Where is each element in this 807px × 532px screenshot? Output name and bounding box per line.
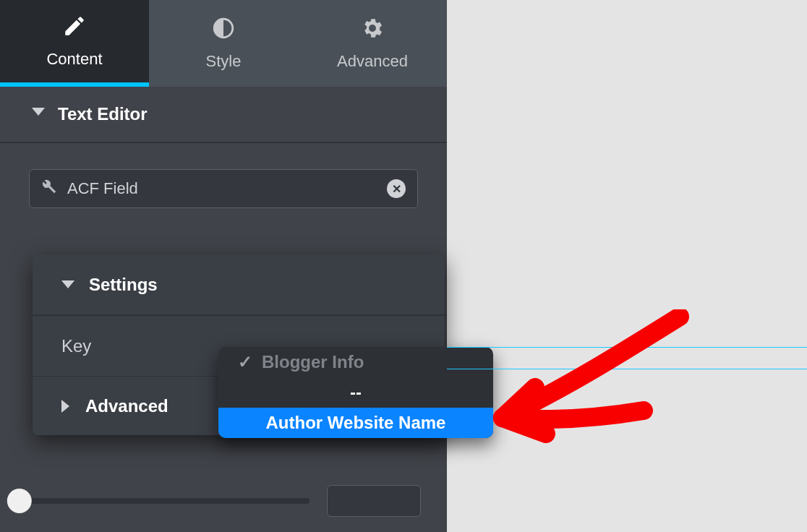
gear-icon <box>360 16 385 45</box>
dropdown-item-selected[interactable]: Author Website Name <box>218 408 493 438</box>
settings-section[interactable]: Settings <box>33 254 445 315</box>
chevron-right-icon <box>61 400 69 413</box>
settings-title: Settings <box>89 275 158 295</box>
canvas-guide-bottom <box>447 369 807 369</box>
chevron-down-icon <box>32 108 45 121</box>
pencil-icon <box>62 14 87 43</box>
section-text-editor[interactable]: Text Editor <box>0 87 447 143</box>
tab-advanced[interactable]: Advanced <box>298 0 447 87</box>
section-title: Text Editor <box>58 104 148 124</box>
dynamic-tag-pill[interactable]: ACF Field ✕ <box>29 169 418 208</box>
tabs: Content Style Advanced <box>0 0 447 87</box>
tab-style[interactable]: Style <box>149 0 298 87</box>
dropdown-group-label: Blogger Info <box>262 352 364 372</box>
annotation-arrow <box>463 309 694 461</box>
tab-advanced-label: Advanced <box>337 52 408 71</box>
slider-value-box[interactable] <box>327 485 421 517</box>
chevron-down-icon <box>61 280 74 288</box>
check-icon: ✓ <box>237 352 253 372</box>
wrench-icon <box>41 179 57 199</box>
tab-content-label: Content <box>46 50 102 69</box>
panel-body: ACF Field ✕ <box>0 143 447 208</box>
canvas-guide-top <box>447 347 807 348</box>
dropdown-selected-label: Author Website Name <box>266 413 446 433</box>
contrast-icon <box>211 16 236 45</box>
dropdown-dash: -- <box>350 382 362 403</box>
dynamic-tag-label: ACF Field <box>67 179 377 198</box>
advanced-title: Advanced <box>85 396 168 416</box>
clear-icon[interactable]: ✕ <box>387 179 406 198</box>
tab-content[interactable]: Content <box>0 0 149 87</box>
key-dropdown: ✓ Blogger Info -- Author Website Name <box>218 347 493 438</box>
tab-style-label: Style <box>206 52 242 71</box>
slider-track[interactable] <box>14 498 309 504</box>
dropdown-item-none[interactable]: -- <box>218 377 493 408</box>
slider-thumb[interactable] <box>7 489 32 513</box>
key-label: Key <box>61 336 91 356</box>
slider-control <box>0 483 447 519</box>
dropdown-group: ✓ Blogger Info <box>218 347 493 377</box>
